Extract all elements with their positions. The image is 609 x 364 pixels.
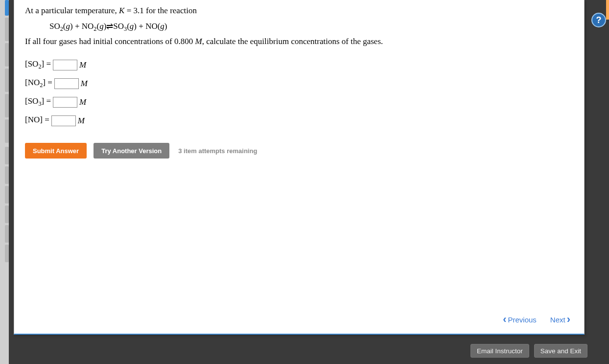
- answer-input-so2[interactable]: [53, 60, 77, 70]
- answer-label: [NO] =: [25, 115, 49, 126]
- action-row: Submit Answer Try Another Version 3 item…: [25, 143, 573, 159]
- initial-conc: 0.800: [174, 37, 193, 46]
- rail-seg: [5, 18, 9, 41]
- answer-label: [SO2] =: [25, 59, 51, 70]
- try-another-button[interactable]: Try Another Version: [94, 143, 169, 159]
- footer-bar: Email Instructor Save and Exit: [14, 342, 587, 359]
- K-value: 3.1: [134, 6, 144, 15]
- rail-seg: [5, 147, 9, 164]
- body-prefix: If all four gases had initial concentrat…: [25, 37, 174, 46]
- progress-rail: [0, 0, 9, 364]
- rail-seg: [5, 205, 9, 223]
- rail-seg: [5, 166, 9, 184]
- K-equals: =: [124, 6, 133, 15]
- rail-seg: [5, 68, 9, 92]
- answer-row-so3: [SO3] = M: [25, 93, 573, 112]
- unit-M: M: [79, 97, 86, 107]
- reaction-equation: SO2(g) + NO2(g) ⇌ SO3(g) + NO(g): [25, 21, 573, 33]
- right-edge-decoration: [606, 0, 609, 364]
- body-suffix: , calculate the equilibrium concentratio…: [202, 37, 383, 46]
- equilibrium-arrows-icon: ⇌: [106, 22, 113, 32]
- answer-input-so3[interactable]: [53, 97, 77, 108]
- answer-row-no: [NO] = M: [25, 112, 573, 130]
- species-so2: SO2(g): [49, 22, 73, 31]
- answer-label: [NO2] =: [25, 78, 52, 89]
- question-panel: At a particular temperature, K = 3.1 for…: [14, 0, 585, 335]
- M-unit: M: [195, 37, 202, 46]
- answer-input-no[interactable]: [51, 115, 76, 126]
- K-symbol: K: [119, 6, 124, 15]
- attempts-remaining: 3 item attempts remaining: [178, 147, 257, 155]
- previous-link[interactable]: ‹ Previous: [503, 314, 537, 325]
- rail-seg: [5, 186, 9, 204]
- unit-M: M: [78, 116, 85, 126]
- answer-row-no2: [NO2] = M: [25, 74, 573, 93]
- next-label: Next: [550, 316, 565, 324]
- rail-seg: [5, 119, 9, 143]
- species-no2: NO2(g): [82, 22, 107, 31]
- intro-suffix: for the reaction: [144, 6, 197, 15]
- rail-seg: [5, 225, 9, 243]
- answer-label: [SO3] =: [25, 96, 51, 108]
- chevron-left-icon: ‹: [503, 314, 506, 325]
- rail-seg: [5, 94, 9, 117]
- email-instructor-button[interactable]: Email Instructor: [470, 344, 529, 358]
- help-icon[interactable]: ?: [591, 13, 606, 27]
- answer-row-so2: [SO2] = M: [25, 56, 573, 74]
- intro-prefix: At a particular temperature,: [25, 6, 119, 15]
- rail-seg: [5, 245, 9, 262]
- unit-M: M: [79, 60, 86, 70]
- pager: ‹ Previous Next ›: [503, 314, 570, 325]
- help-glyph: ?: [596, 15, 602, 25]
- problem-intro-line: At a particular temperature, K = 3.1 for…: [25, 4, 573, 18]
- species-so3: SO3(g): [113, 22, 137, 31]
- save-and-exit-button[interactable]: Save and Exit: [534, 344, 587, 358]
- submit-button[interactable]: Submit Answer: [25, 143, 87, 159]
- rail-seg-current: [5, 0, 9, 16]
- answer-input-no2[interactable]: [54, 78, 79, 89]
- next-link[interactable]: Next ›: [550, 314, 570, 325]
- problem-body-line: If all four gases had initial concentrat…: [25, 35, 573, 49]
- rail-seg: [5, 43, 9, 67]
- species-no: NO(g): [145, 22, 167, 31]
- unit-M: M: [81, 79, 88, 89]
- previous-label: Previous: [508, 316, 536, 324]
- answers-block: [SO2] = M [NO2] = M [SO3] = M [NO] = M: [25, 56, 573, 130]
- chevron-right-icon: ›: [567, 314, 570, 325]
